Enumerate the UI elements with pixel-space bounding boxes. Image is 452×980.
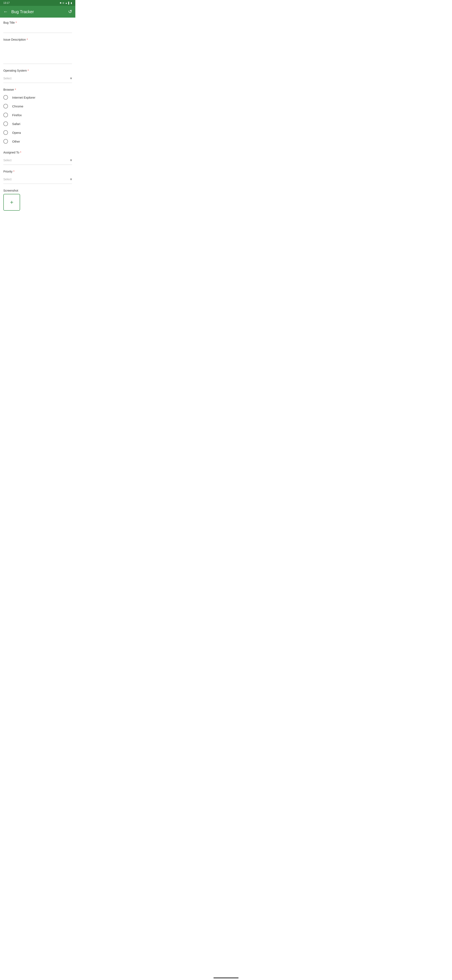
browser-option-opera[interactable]: Opera: [3, 128, 72, 137]
operating-system-placeholder: Select: [3, 76, 11, 80]
operating-system-required: *: [28, 69, 29, 72]
priority-label: Priority *: [3, 170, 72, 173]
radio-circle-chrome: [3, 104, 8, 108]
radio-circle-firefox: [3, 113, 8, 117]
assigned-to-group: Assigned To * Select ▾: [3, 151, 72, 165]
status-bar: 13:17 ✱ ⊖ ▲ ▌ ▮: [0, 0, 75, 6]
assigned-to-select[interactable]: Select ▾: [3, 156, 72, 165]
browser-group: Browser * Internet Explorer Chrome Firef…: [3, 88, 72, 146]
radio-label-opera: Opera: [12, 131, 21, 134]
screenshot-upload-button[interactable]: +: [3, 194, 20, 211]
chevron-down-icon-priority: ▾: [70, 177, 72, 181]
assigned-to-required: *: [20, 151, 21, 154]
assigned-to-label: Assigned To *: [3, 151, 72, 154]
status-icons: ✱ ⊖ ▲ ▌ ▮: [60, 2, 72, 5]
browser-option-chrome[interactable]: Chrome: [3, 102, 72, 111]
priority-group: Priority * Select ▾: [3, 170, 72, 184]
radio-label-chrome: Chrome: [12, 105, 23, 108]
radio-circle-safari: [3, 121, 8, 126]
radio-label-firefox: Firefox: [12, 113, 22, 117]
browser-label: Browser *: [3, 88, 72, 91]
add-photo-icon: +: [10, 199, 13, 206]
issue-description-input[interactable]: [3, 43, 72, 64]
radio-label-internet-explorer: Internet Explorer: [12, 96, 35, 99]
radio-label-other: Other: [12, 140, 20, 143]
browser-radio-group: Internet Explorer Chrome Firefox Safari …: [3, 93, 72, 146]
issue-description-required: *: [27, 38, 28, 41]
form-content: Bug Title * Issue Description * Operatin…: [0, 18, 75, 221]
back-button[interactable]: ←: [3, 10, 8, 14]
signal-icon: ▌: [68, 2, 70, 4]
screenshot-label: Screenshot: [3, 189, 72, 192]
chevron-down-icon-assigned: ▾: [70, 158, 72, 162]
reset-button[interactable]: ↺: [68, 10, 72, 14]
operating-system-group: Operating System * Select ▾: [3, 69, 72, 83]
bug-title-input[interactable]: [3, 26, 72, 33]
browser-option-internet-explorer[interactable]: Internet Explorer: [3, 93, 72, 102]
operating-system-label: Operating System *: [3, 69, 72, 72]
browser-option-safari[interactable]: Safari: [3, 119, 72, 128]
bug-title-label: Bug Title *: [3, 21, 72, 24]
dnd-icon: ⊖: [62, 2, 64, 5]
browser-option-other[interactable]: Other: [3, 137, 72, 146]
header: ← Bug Tracker ↺: [0, 6, 75, 18]
priority-required: *: [13, 170, 14, 173]
radio-circle-internet-explorer: [3, 95, 8, 100]
bug-title-group: Bug Title *: [3, 21, 72, 33]
browser-option-firefox[interactable]: Firefox: [3, 111, 72, 119]
bug-title-required: *: [16, 21, 16, 24]
priority-select[interactable]: Select ▾: [3, 175, 72, 184]
operating-system-select[interactable]: Select ▾: [3, 74, 72, 83]
radio-label-safari: Safari: [12, 122, 20, 126]
browser-required: *: [15, 88, 16, 91]
issue-description-label: Issue Description *: [3, 38, 72, 41]
status-time: 13:17: [3, 2, 10, 5]
chevron-down-icon: ▾: [70, 76, 72, 81]
issue-description-group: Issue Description *: [3, 38, 72, 64]
screenshot-group: Screenshot +: [3, 189, 72, 211]
priority-placeholder: Select: [3, 178, 11, 181]
assigned-to-placeholder: Select: [3, 159, 11, 162]
battery-icon: ▮: [71, 2, 72, 5]
wifi-icon: ▲: [65, 2, 67, 4]
bluetooth-icon: ✱: [60, 2, 62, 5]
page-title: Bug Tracker: [11, 10, 68, 14]
radio-circle-opera: [3, 130, 8, 135]
radio-circle-other: [3, 139, 8, 144]
